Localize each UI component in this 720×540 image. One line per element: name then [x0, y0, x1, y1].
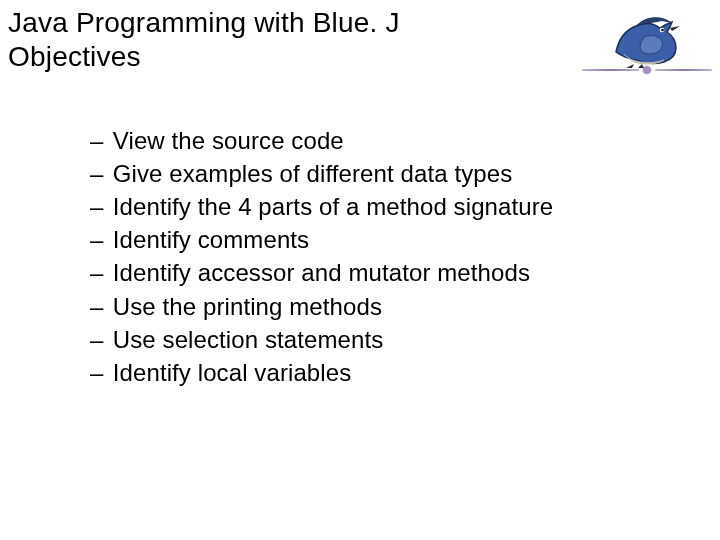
logo-underline-left: [582, 69, 639, 71]
title-block: Java Programming with Blue. J Objectives: [8, 6, 582, 73]
logo-underline-right: [655, 69, 712, 71]
bullet-dash: –: [90, 323, 106, 356]
list-item-text: Use the printing methods: [113, 293, 382, 320]
list-item-text: Give examples of different data types: [113, 160, 512, 187]
svg-point-1: [661, 29, 664, 32]
objectives-list: – View the source code – Give examples o…: [90, 124, 720, 389]
list-item: – Identify comments: [90, 223, 720, 256]
bullet-dash: –: [90, 256, 106, 289]
list-item: – View the source code: [90, 124, 720, 157]
list-item: – Identify accessor and mutator methods: [90, 256, 720, 289]
list-item: – Use the printing methods: [90, 290, 720, 323]
bullet-dash: –: [90, 356, 106, 389]
list-item-text: Identify accessor and mutator methods: [113, 259, 530, 286]
title-line-2: Objectives: [8, 40, 582, 74]
list-item-text: View the source code: [113, 127, 344, 154]
list-item-text: Use selection statements: [113, 326, 384, 353]
logo-area: [582, 2, 712, 74]
list-item-text: Identify the 4 parts of a method signatu…: [113, 193, 553, 220]
bullet-dash: –: [90, 190, 106, 223]
bullet-dash: –: [90, 124, 106, 157]
list-item: – Identify the 4 parts of a method signa…: [90, 190, 720, 223]
bullet-dash: –: [90, 290, 106, 323]
list-item-text: Identify local variables: [113, 359, 352, 386]
title-line-1: Java Programming with Blue. J: [8, 6, 582, 40]
bluej-bird-icon: [610, 12, 684, 68]
bullet-dash: –: [90, 223, 106, 256]
list-item: – Give examples of different data types: [90, 157, 720, 190]
list-item: – Identify local variables: [90, 356, 720, 389]
list-item: – Use selection statements: [90, 323, 720, 356]
list-item-text: Identify comments: [113, 226, 309, 253]
slide-header: Java Programming with Blue. J Objectives: [0, 0, 720, 78]
bullet-dash: –: [90, 157, 106, 190]
